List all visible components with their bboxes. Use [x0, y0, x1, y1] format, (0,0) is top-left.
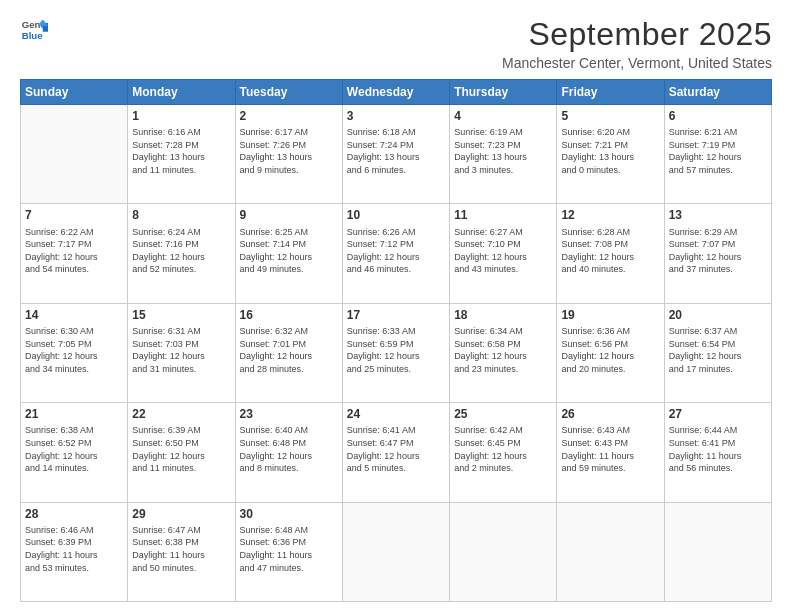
day-number: 25: [454, 406, 552, 422]
day-number: 6: [669, 108, 767, 124]
weekday-header: Thursday: [450, 80, 557, 105]
calendar-week-row: 7Sunrise: 6:22 AM Sunset: 7:17 PM Daylig…: [21, 204, 772, 303]
day-number: 16: [240, 307, 338, 323]
day-number: 11: [454, 207, 552, 223]
day-number: 8: [132, 207, 230, 223]
calendar-day-cell: 20Sunrise: 6:37 AM Sunset: 6:54 PM Dayli…: [664, 303, 771, 402]
day-info: Sunrise: 6:29 AM Sunset: 7:07 PM Dayligh…: [669, 226, 767, 276]
calendar-day-cell: 23Sunrise: 6:40 AM Sunset: 6:48 PM Dayli…: [235, 403, 342, 502]
svg-text:Blue: Blue: [22, 30, 43, 41]
day-number: 15: [132, 307, 230, 323]
weekday-header: Sunday: [21, 80, 128, 105]
calendar-day-cell: 5Sunrise: 6:20 AM Sunset: 7:21 PM Daylig…: [557, 105, 664, 204]
day-info: Sunrise: 6:46 AM Sunset: 6:39 PM Dayligh…: [25, 524, 123, 574]
day-number: 3: [347, 108, 445, 124]
calendar-day-cell: 29Sunrise: 6:47 AM Sunset: 6:38 PM Dayli…: [128, 502, 235, 601]
day-info: Sunrise: 6:33 AM Sunset: 6:59 PM Dayligh…: [347, 325, 445, 375]
weekday-header: Friday: [557, 80, 664, 105]
weekday-header: Saturday: [664, 80, 771, 105]
calendar-week-row: 1Sunrise: 6:16 AM Sunset: 7:28 PM Daylig…: [21, 105, 772, 204]
day-info: Sunrise: 6:44 AM Sunset: 6:41 PM Dayligh…: [669, 424, 767, 474]
header: General Blue September 2025 Manchester C…: [20, 16, 772, 71]
calendar-week-row: 21Sunrise: 6:38 AM Sunset: 6:52 PM Dayli…: [21, 403, 772, 502]
logo-icon: General Blue: [20, 16, 48, 44]
day-info: Sunrise: 6:48 AM Sunset: 6:36 PM Dayligh…: [240, 524, 338, 574]
day-number: 14: [25, 307, 123, 323]
title-area: September 2025 Manchester Center, Vermon…: [502, 16, 772, 71]
day-info: Sunrise: 6:41 AM Sunset: 6:47 PM Dayligh…: [347, 424, 445, 474]
day-number: 2: [240, 108, 338, 124]
calendar-day-cell: 16Sunrise: 6:32 AM Sunset: 7:01 PM Dayli…: [235, 303, 342, 402]
location: Manchester Center, Vermont, United State…: [502, 55, 772, 71]
day-number: 18: [454, 307, 552, 323]
weekday-header: Wednesday: [342, 80, 449, 105]
day-number: 21: [25, 406, 123, 422]
day-info: Sunrise: 6:36 AM Sunset: 6:56 PM Dayligh…: [561, 325, 659, 375]
month-title: September 2025: [502, 16, 772, 53]
day-number: 23: [240, 406, 338, 422]
day-number: 10: [347, 207, 445, 223]
day-info: Sunrise: 6:47 AM Sunset: 6:38 PM Dayligh…: [132, 524, 230, 574]
day-number: 22: [132, 406, 230, 422]
day-number: 17: [347, 307, 445, 323]
calendar-day-cell: [450, 502, 557, 601]
calendar-day-cell: 11Sunrise: 6:27 AM Sunset: 7:10 PM Dayli…: [450, 204, 557, 303]
calendar-day-cell: 17Sunrise: 6:33 AM Sunset: 6:59 PM Dayli…: [342, 303, 449, 402]
calendar-day-cell: [664, 502, 771, 601]
calendar-day-cell: 9Sunrise: 6:25 AM Sunset: 7:14 PM Daylig…: [235, 204, 342, 303]
day-info: Sunrise: 6:43 AM Sunset: 6:43 PM Dayligh…: [561, 424, 659, 474]
day-info: Sunrise: 6:27 AM Sunset: 7:10 PM Dayligh…: [454, 226, 552, 276]
day-number: 20: [669, 307, 767, 323]
day-info: Sunrise: 6:31 AM Sunset: 7:03 PM Dayligh…: [132, 325, 230, 375]
calendar-day-cell: 27Sunrise: 6:44 AM Sunset: 6:41 PM Dayli…: [664, 403, 771, 502]
calendar-day-cell: [21, 105, 128, 204]
weekday-header: Tuesday: [235, 80, 342, 105]
day-info: Sunrise: 6:40 AM Sunset: 6:48 PM Dayligh…: [240, 424, 338, 474]
day-info: Sunrise: 6:21 AM Sunset: 7:19 PM Dayligh…: [669, 126, 767, 176]
calendar-day-cell: 24Sunrise: 6:41 AM Sunset: 6:47 PM Dayli…: [342, 403, 449, 502]
calendar-day-cell: 14Sunrise: 6:30 AM Sunset: 7:05 PM Dayli…: [21, 303, 128, 402]
day-info: Sunrise: 6:42 AM Sunset: 6:45 PM Dayligh…: [454, 424, 552, 474]
calendar-week-row: 28Sunrise: 6:46 AM Sunset: 6:39 PM Dayli…: [21, 502, 772, 601]
day-number: 29: [132, 506, 230, 522]
calendar-table: SundayMondayTuesdayWednesdayThursdayFrid…: [20, 79, 772, 602]
calendar-day-cell: [557, 502, 664, 601]
calendar-week-row: 14Sunrise: 6:30 AM Sunset: 7:05 PM Dayli…: [21, 303, 772, 402]
day-number: 19: [561, 307, 659, 323]
day-number: 9: [240, 207, 338, 223]
page: General Blue September 2025 Manchester C…: [0, 0, 792, 612]
calendar-day-cell: 13Sunrise: 6:29 AM Sunset: 7:07 PM Dayli…: [664, 204, 771, 303]
day-info: Sunrise: 6:30 AM Sunset: 7:05 PM Dayligh…: [25, 325, 123, 375]
calendar-header-row: SundayMondayTuesdayWednesdayThursdayFrid…: [21, 80, 772, 105]
day-number: 27: [669, 406, 767, 422]
day-info: Sunrise: 6:17 AM Sunset: 7:26 PM Dayligh…: [240, 126, 338, 176]
day-number: 24: [347, 406, 445, 422]
calendar-day-cell: 6Sunrise: 6:21 AM Sunset: 7:19 PM Daylig…: [664, 105, 771, 204]
calendar-day-cell: 15Sunrise: 6:31 AM Sunset: 7:03 PM Dayli…: [128, 303, 235, 402]
day-info: Sunrise: 6:20 AM Sunset: 7:21 PM Dayligh…: [561, 126, 659, 176]
day-info: Sunrise: 6:19 AM Sunset: 7:23 PM Dayligh…: [454, 126, 552, 176]
day-number: 12: [561, 207, 659, 223]
day-number: 13: [669, 207, 767, 223]
calendar-day-cell: 26Sunrise: 6:43 AM Sunset: 6:43 PM Dayli…: [557, 403, 664, 502]
calendar-day-cell: 25Sunrise: 6:42 AM Sunset: 6:45 PM Dayli…: [450, 403, 557, 502]
day-info: Sunrise: 6:28 AM Sunset: 7:08 PM Dayligh…: [561, 226, 659, 276]
calendar-day-cell: 2Sunrise: 6:17 AM Sunset: 7:26 PM Daylig…: [235, 105, 342, 204]
day-info: Sunrise: 6:26 AM Sunset: 7:12 PM Dayligh…: [347, 226, 445, 276]
day-info: Sunrise: 6:39 AM Sunset: 6:50 PM Dayligh…: [132, 424, 230, 474]
calendar-day-cell: 22Sunrise: 6:39 AM Sunset: 6:50 PM Dayli…: [128, 403, 235, 502]
day-number: 1: [132, 108, 230, 124]
day-info: Sunrise: 6:25 AM Sunset: 7:14 PM Dayligh…: [240, 226, 338, 276]
day-info: Sunrise: 6:18 AM Sunset: 7:24 PM Dayligh…: [347, 126, 445, 176]
calendar-day-cell: 19Sunrise: 6:36 AM Sunset: 6:56 PM Dayli…: [557, 303, 664, 402]
calendar-day-cell: 7Sunrise: 6:22 AM Sunset: 7:17 PM Daylig…: [21, 204, 128, 303]
day-info: Sunrise: 6:37 AM Sunset: 6:54 PM Dayligh…: [669, 325, 767, 375]
calendar-day-cell: 1Sunrise: 6:16 AM Sunset: 7:28 PM Daylig…: [128, 105, 235, 204]
day-info: Sunrise: 6:38 AM Sunset: 6:52 PM Dayligh…: [25, 424, 123, 474]
calendar-day-cell: 18Sunrise: 6:34 AM Sunset: 6:58 PM Dayli…: [450, 303, 557, 402]
calendar-day-cell: 10Sunrise: 6:26 AM Sunset: 7:12 PM Dayli…: [342, 204, 449, 303]
calendar-day-cell: 30Sunrise: 6:48 AM Sunset: 6:36 PM Dayli…: [235, 502, 342, 601]
day-info: Sunrise: 6:34 AM Sunset: 6:58 PM Dayligh…: [454, 325, 552, 375]
calendar-day-cell: [342, 502, 449, 601]
day-number: 5: [561, 108, 659, 124]
